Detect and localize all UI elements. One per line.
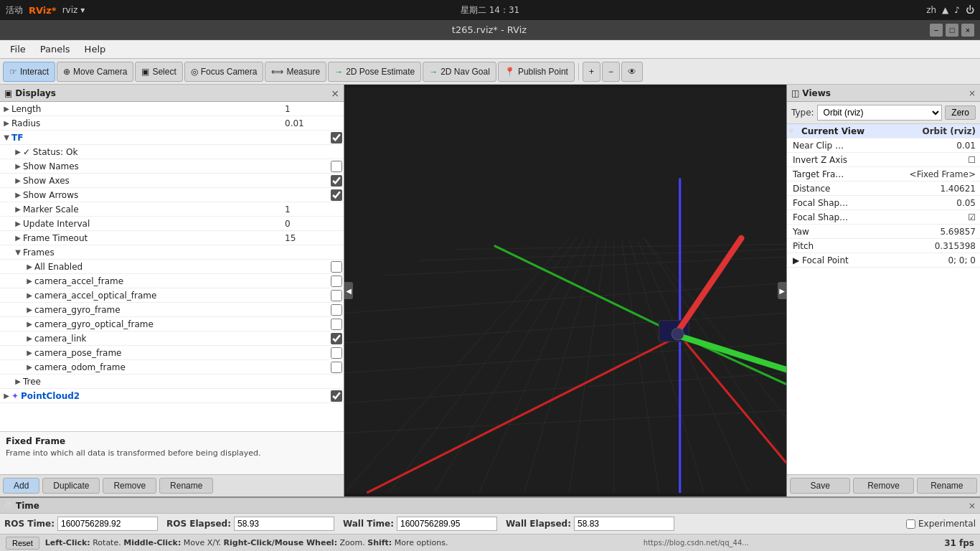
viewport-3d[interactable]: ◀ ▶ [344,85,786,496]
ros-elapsed-input[interactable] [234,517,334,531]
focus-camera-button[interactable]: ◎ Focus Camera [184,62,264,82]
type-select[interactable]: Orbit (rviz) FPS (rviz) TopDownOrtho (rv… [817,105,943,121]
tree-row[interactable]: ▶Show Arrows [0,188,344,202]
publish-point-button[interactable]: 📍 Publish Point [498,62,575,82]
tree-checkbox[interactable] [331,304,342,316]
tree-row[interactable]: ▶camera_gyro_optical_frame [0,317,344,331]
expand-icon[interactable]: ▶ [13,234,23,242]
duplicate-button[interactable]: Duplicate [42,478,100,494]
reset-button[interactable]: Reset [6,537,39,550]
minus-button[interactable]: − [602,62,620,82]
move-camera-button[interactable]: ⊕ Move Camera [57,62,133,82]
expand-views-icon[interactable]: ▼ [788,127,798,135]
expand-icon[interactable]: ▶ [13,162,23,170]
tree-row[interactable]: ▶✦PointCloud2 [0,389,344,403]
tree-row[interactable]: ▶All Enabled [0,260,344,274]
tree-row[interactable]: ▶Marker Scale1 [0,202,344,217]
tree-row[interactable]: ▶camera_pose_frame [0,346,344,360]
close-button[interactable]: × [961,24,974,37]
expand-icon[interactable]: ▶ [13,220,23,227]
tree-row[interactable]: ▶Radius0.01 [0,116,344,131]
select-button[interactable]: ▣ Select [135,62,182,82]
expand-icon[interactable]: ▼ [13,248,23,256]
tree-row[interactable]: ▶camera_odom_frame [0,360,344,375]
experimental-checkbox[interactable] [906,519,915,529]
tree-checkbox[interactable] [331,290,342,301]
tree-checkbox[interactable] [331,390,342,402]
menu-panels[interactable]: Panels [33,42,77,56]
add-button[interactable]: Add [3,478,39,494]
expand-icon[interactable]: ▶ [24,349,34,357]
expand-icon[interactable]: ▶ [1,119,11,127]
menu-file[interactable]: File [3,42,33,56]
tree-row[interactable]: ▼Frames [0,245,344,260]
tree-row[interactable]: ▶Frame Timeout15 [0,231,344,245]
tree-row[interactable]: ▶camera_accel_optical_frame [0,288,344,303]
pose-estimate-button[interactable]: → 2D Pose Estimate [328,62,421,82]
time-close-button[interactable]: × [969,501,976,511]
tree-row[interactable]: ▶Tree [0,375,344,389]
tree-checkbox[interactable] [331,276,342,287]
tree-checkbox[interactable] [331,175,342,187]
remove-button[interactable]: Remove [103,478,156,494]
eye-button[interactable]: 👁 [621,62,643,82]
measure-button[interactable]: ⟺ Measure [265,62,326,82]
ros-time-input[interactable] [57,517,158,531]
collapse-right-button[interactable]: ▶ [778,282,786,299]
interact-button[interactable]: ☞ Interact [3,62,55,82]
tree-checkbox[interactable] [331,132,342,143]
minimize-button[interactable]: − [930,24,943,37]
remove-view-button[interactable]: Remove [853,478,913,494]
lang-label[interactable]: zh [926,5,936,15]
wall-elapsed-input[interactable] [574,517,674,531]
displays-tree[interactable]: ▶Length1▶Radius0.01▼TF▶✓ Status: Ok▶Show… [0,102,344,431]
tree-row[interactable]: ▼TF [0,131,344,145]
wall-time-input[interactable] [397,517,497,531]
tree-row[interactable]: ▶Show Axes [0,174,344,188]
expand-icon[interactable]: ▶ [24,263,34,270]
tree-row[interactable]: ▶Show Names [0,159,344,174]
expand-icon[interactable]: ▶ [24,291,34,299]
tree-row[interactable]: ▶camera_accel_frame [0,274,344,288]
expand-icon[interactable]: ▶ [13,148,23,156]
menu-help[interactable]: Help [77,42,113,56]
zero-button[interactable]: Zero [945,105,976,120]
tree-row[interactable]: ▶camera_link [0,331,344,346]
expand-icon[interactable]: ▶ [24,277,34,285]
tree-checkbox[interactable] [331,347,342,359]
dot-icon: ✦ [11,391,19,401]
maximize-button[interactable]: □ [946,24,958,37]
tree-checkbox[interactable] [331,161,342,172]
tree-checkbox[interactable] [331,333,342,344]
expand-icon[interactable]: ▶ [13,377,23,385]
activities-label[interactable]: 活动 [6,4,23,17]
expand-icon[interactable]: ▶ [24,334,34,342]
rename-view-button[interactable]: Rename [917,478,977,494]
rename-button[interactable]: Rename [159,478,213,494]
expand-icon[interactable]: ▶ [24,306,34,314]
tree-row[interactable]: ▶Length1 [0,102,344,116]
views-close-button[interactable]: × [969,88,976,98]
expand-icon[interactable]: ▶ [1,392,11,400]
tree-row[interactable]: ▶Update Interval0 [0,217,344,231]
rviz-title[interactable]: rviz ▾ [62,5,85,15]
displays-close-button[interactable]: × [331,88,339,99]
expand-icon[interactable]: ▼ [1,133,11,141]
nav-goal-button[interactable]: → 2D Nav Goal [423,62,496,82]
expand-icon[interactable]: ▶ [1,105,11,113]
collapse-left-button[interactable]: ◀ [344,282,353,299]
views-tree[interactable]: ▼ Current View Orbit (rviz) Near Clip …0… [787,124,980,474]
tree-checkbox[interactable] [331,362,342,373]
save-view-button[interactable]: Save [790,478,850,494]
tree-row[interactable]: ▶✓ Status: Ok [0,145,344,159]
tree-checkbox[interactable] [331,319,342,330]
expand-icon[interactable]: ▶ [24,363,34,371]
expand-icon[interactable]: ▶ [13,176,23,184]
expand-icon[interactable]: ▶ [13,191,23,199]
add-display-button[interactable]: + [583,62,600,82]
tree-checkbox[interactable] [331,261,342,273]
tree-row[interactable]: ▶camera_gyro_frame [0,303,344,317]
expand-icon[interactable]: ▶ [24,320,34,328]
expand-icon[interactable]: ▶ [13,205,23,213]
tree-checkbox[interactable] [331,189,342,201]
